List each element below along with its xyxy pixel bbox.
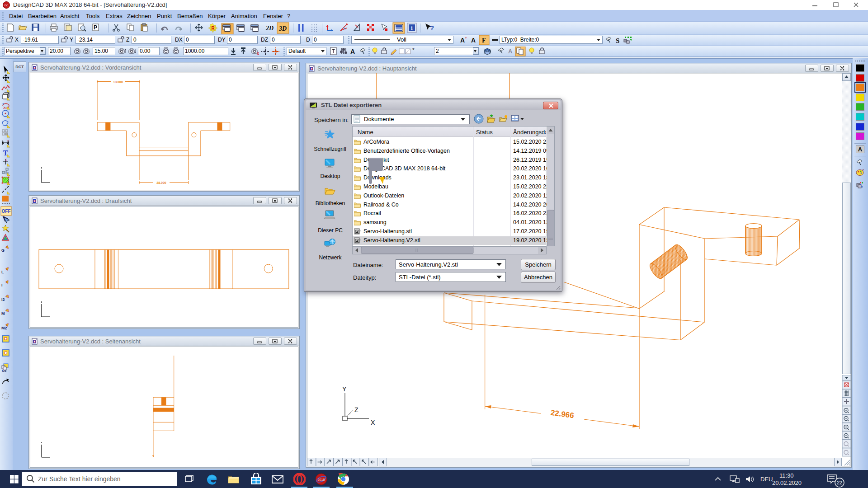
svg-text:I2: I2 [1, 297, 5, 302]
svg-text:22.966: 22.966 [550, 408, 575, 420]
svg-text:X: X [371, 419, 375, 426]
svg-text:S: S [616, 37, 619, 44]
svg-text:M2: M2 [1, 326, 7, 330]
svg-text:Dokumente: Dokumente [364, 116, 394, 122]
svg-text:?: ? [430, 24, 434, 32]
svg-text:Z: Z [354, 406, 359, 413]
svg-text:OFF: OFF [2, 209, 11, 214]
svg-text:x: x [257, 51, 259, 56]
svg-text:A: A [508, 48, 513, 55]
svg-text:3D: 3D [278, 25, 287, 32]
svg-text:A: A [471, 37, 476, 44]
svg-text:x: x [7, 139, 9, 142]
svg-text:28.000: 28.000 [156, 181, 166, 184]
svg-text:A: A [350, 48, 355, 55]
svg-text:T: T [332, 48, 335, 54]
svg-text:G: G [1, 248, 5, 253]
svg-text:I: I [1, 283, 3, 287]
svg-text:C6: C6 [2, 369, 7, 373]
svg-text:L: L [1, 270, 4, 274]
svg-text:F: F [482, 37, 486, 44]
svg-text:13.000: 13.000 [113, 80, 123, 84]
svg-text:R: R [211, 26, 215, 31]
svg-text:Voll: Voll [397, 36, 406, 43]
svg-text:+: + [465, 36, 467, 40]
svg-text:DC: DC [5, 4, 9, 7]
svg-text:*: * [412, 47, 415, 53]
svg-text:Y: Y [342, 385, 347, 393]
svg-text:P: P [94, 24, 97, 31]
svg-text:M: M [1, 311, 5, 316]
svg-text:22: 22 [837, 480, 842, 485]
svg-text:2D: 2D [265, 25, 274, 32]
svg-text:A: A [460, 37, 465, 44]
svg-text:2018: 2018 [318, 478, 325, 481]
